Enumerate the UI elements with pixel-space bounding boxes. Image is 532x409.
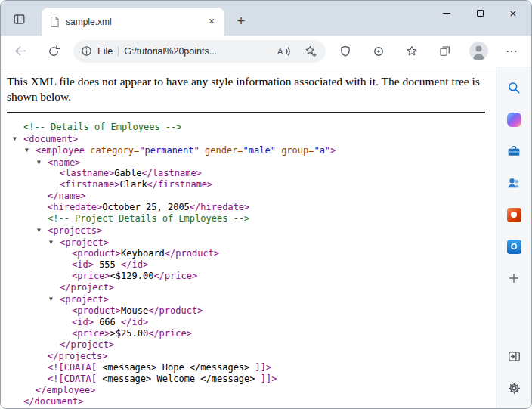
xml-token-tag: <employee <box>36 145 85 156</box>
xml-line: <hiredate>October 25, 2005</hiredate> <box>7 202 485 213</box>
address-divider <box>118 46 119 57</box>
xml-token-tag: <id> <box>72 317 94 327</box>
sidebar-tools-button[interactable] <box>501 138 527 164</box>
sidebar-people-button[interactable] <box>501 170 527 196</box>
favorites-button[interactable] <box>398 39 425 64</box>
read-aloud-button[interactable]: A <box>274 42 295 61</box>
collapse-arrow-icon[interactable]: ▼ <box>25 144 36 156</box>
xml-token-comment: <!-- Details of Employees --> <box>23 122 182 132</box>
tab-strip: sample.xml × + × <box>1 1 531 36</box>
window-controls: × <box>430 1 530 25</box>
xml-line: ▼<document> <box>7 133 485 145</box>
refresh-button[interactable] <box>40 39 67 64</box>
profile-avatar <box>469 42 488 60</box>
sidebar-copilot-button[interactable] <box>501 107 527 132</box>
xml-token-tag: ]]> <box>261 373 277 384</box>
xml-token-tag: </project> <box>60 282 114 293</box>
notice-divider <box>7 112 485 113</box>
browser-tab[interactable]: sample.xml × <box>42 8 224 36</box>
xml-token-comment: <!-- Project Details of Employees --> <box>48 213 249 224</box>
xml-line: <product>Mouse</product> <box>7 305 485 317</box>
xml-line: </project> <box>7 339 485 351</box>
xml-token-tag: </lastname> <box>141 168 201 178</box>
xml-token-tag: <product> <box>72 305 121 316</box>
xml-token-tag: </firstname> <box>147 179 213 190</box>
refresh-icon <box>47 45 60 58</box>
xml-token-tag: > <box>330 145 336 156</box>
xml-token-text: Mouse <box>121 305 148 316</box>
xml-token-tag: </document> <box>23 396 83 407</box>
xml-token-tag: <price> <box>72 271 110 281</box>
info-icon <box>81 45 92 57</box>
plus-icon <box>507 271 521 285</box>
xml-line: <id> 666 </id> <box>7 317 485 328</box>
address-bar[interactable]: File G:/tutorial%20points... A <box>73 40 326 63</box>
xml-tree: <!-- Details of Employees -->▼<document>… <box>7 122 485 407</box>
xml-token-tag: <projects> <box>48 225 102 236</box>
back-button[interactable] <box>7 39 34 64</box>
minimize-button[interactable] <box>430 1 463 25</box>
new-tab-button[interactable]: + <box>232 12 250 30</box>
browser-essentials-button[interactable] <box>365 39 392 64</box>
xml-line: ▼<name> <box>7 156 485 169</box>
address-url: G:/tutorial%20points... <box>124 46 268 57</box>
collapse-arrow-icon[interactable]: ▼ <box>13 133 23 144</box>
xml-token-text: <messages> Hope </messages> <box>97 362 255 373</box>
no-style-notice: This XML file does not appear to have an… <box>7 74 485 105</box>
tab-close-icon[interactable]: × <box>205 15 218 29</box>
collections-button[interactable] <box>431 39 459 64</box>
profile-button[interactable] <box>465 39 492 64</box>
xml-token-tag: <product> <box>72 248 121 259</box>
read-aloud-icon: A <box>277 45 292 57</box>
xml-token-tag: <project> <box>60 237 109 247</box>
xml-token-text: <message> Welcome </message> <box>97 373 261 384</box>
sidebar-search-button[interactable] <box>501 75 527 101</box>
main-area: This XML file does not appear to have an… <box>1 67 531 408</box>
xml-token-tag: </employee> <box>36 385 95 395</box>
address-scheme-label: File <box>97 46 113 57</box>
sidebar-settings-button[interactable] <box>501 375 527 401</box>
xml-token-tag: <hiredate> <box>48 202 102 212</box>
tab-title: sample.xml <box>66 17 199 27</box>
tab-actions-menu-button[interactable] <box>10 10 28 28</box>
star-plus-icon <box>304 45 317 58</box>
sidebar-add-button[interactable] <box>501 265 527 291</box>
xml-token-tag: <![CDATA[ <box>48 362 97 373</box>
xml-token-tag: </hiredate> <box>190 202 249 212</box>
xml-token-tag: </product> <box>165 248 219 259</box>
xml-token-text: October 25, 2005 <box>102 202 190 212</box>
svg-text:A: A <box>277 47 283 56</box>
close-button[interactable]: × <box>496 1 530 25</box>
settings-gear-icon <box>507 381 521 395</box>
browser-window: sample.xml × + × File G:/tutorial%20poin… <box>0 0 532 409</box>
favorites-star-icon <box>405 45 419 58</box>
search-icon <box>506 80 521 95</box>
people-icon <box>506 175 521 191</box>
outlook-icon: O <box>507 240 521 254</box>
xml-token-tag: </project> <box>60 339 114 350</box>
sidebar-office-button[interactable] <box>501 202 527 228</box>
collapse-arrow-icon[interactable]: ▼ <box>49 237 60 248</box>
settings-more-button[interactable] <box>498 39 525 64</box>
xml-line: ▼<projects> <box>7 225 485 237</box>
collapse-arrow-icon[interactable]: ▼ <box>37 156 48 168</box>
more-dots-icon <box>505 45 518 58</box>
open-sidebar-button[interactable] <box>501 343 527 369</box>
sidebar-outlook-button[interactable]: O <box>501 234 527 259</box>
xml-token-text: 555 <box>94 259 121 270</box>
xml-token-tag: </name> <box>48 191 86 201</box>
browser-toolbar: File G:/tutorial%20points... A <box>1 36 531 67</box>
add-favorite-button[interactable] <box>300 42 321 61</box>
maximize-button[interactable] <box>463 1 496 25</box>
xml-line: ▼<employee category="permanent" gender="… <box>7 144 485 156</box>
security-shield-button[interactable] <box>332 39 359 64</box>
xml-token-val: "a" <box>314 145 331 156</box>
collapse-arrow-icon[interactable]: ▼ <box>49 293 60 305</box>
open-sidebar-icon <box>507 349 521 364</box>
xml-token-tag: <document> <box>23 133 78 144</box>
xml-line: <lastname>Gable</lastname> <box>7 168 485 179</box>
collapse-arrow-icon[interactable]: ▼ <box>37 225 48 236</box>
xml-line: <![CDATA[ <message> Welcome </message> ]… <box>7 373 485 385</box>
xml-line: ▼<project> <box>7 237 485 249</box>
xml-token-tag: </price> <box>148 328 192 339</box>
